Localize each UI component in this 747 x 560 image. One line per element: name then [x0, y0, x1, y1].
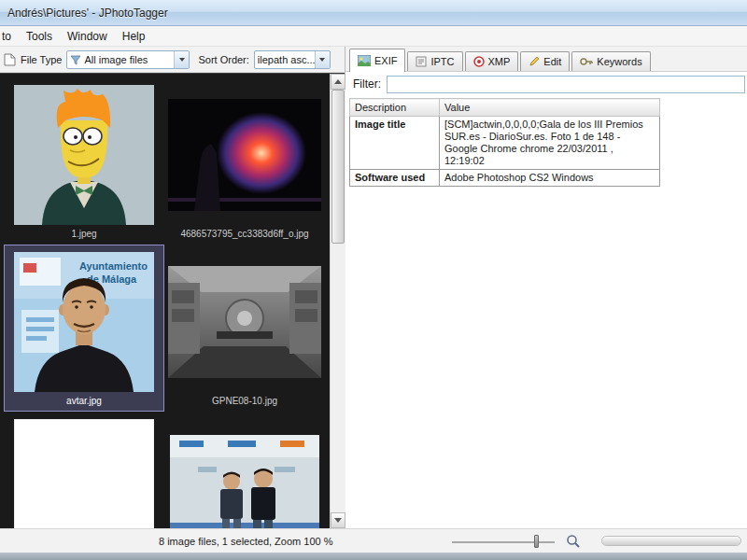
iptc-tab-icon	[416, 56, 427, 67]
file-type-combobox[interactable]: All image files	[66, 50, 190, 69]
filter-row: Filter:	[345, 72, 747, 96]
filter-input[interactable]	[387, 76, 745, 93]
exif-table-area: Description Value Image title [SCM]actwi…	[345, 96, 747, 528]
thumbnail-caption: GPNE08-10.jpg	[212, 395, 277, 408]
metadata-tabstrip: EXIF IPTC XMP	[345, 47, 747, 72]
zoom-slider-track[interactable]	[452, 541, 555, 543]
thumbnail-vertical-scrollbar[interactable]	[330, 74, 345, 528]
thumbnail-area: 1.jpeg	[0, 73, 345, 528]
sort-order-combobox[interactable]: ilepath asc...	[254, 50, 331, 69]
funnel-icon	[67, 54, 81, 65]
app-window: Andrés\Pictures' - JPhotoTagger to Tools…	[0, 0, 747, 560]
tab-edit[interactable]: Edit	[520, 51, 570, 71]
thumbnail-image-portrait: Ayuntamiento de Málaga	[7, 248, 161, 395]
tab-keywords-label: Keywords	[597, 56, 641, 67]
thumbnail-cell[interactable]	[5, 413, 163, 528]
exif-tab-icon	[358, 55, 371, 66]
tab-xmp-label: XMP	[488, 56, 511, 67]
zoom-slider-thumb[interactable]	[534, 535, 539, 548]
sort-order-value: ilepath asc...	[255, 54, 315, 65]
key-icon	[580, 56, 593, 67]
sort-order-label: Sort Order:	[198, 54, 248, 65]
tab-exif-label: EXIF	[374, 55, 397, 66]
file-type-value: All image files	[81, 54, 150, 65]
portrait-backdrop-text-1: Ayuntamiento	[79, 260, 148, 272]
menu-window[interactable]: Window	[60, 27, 115, 46]
thumbnail-caption: 4686573795_cc3383d6ff_o.jpg	[180, 228, 308, 241]
scrollbar-track[interactable]	[331, 244, 345, 512]
main-content: File Type All image files Sort Order: il…	[0, 47, 747, 528]
sort-order-dropdown-arrow[interactable]	[315, 51, 330, 68]
exif-header-row: Description Value	[350, 99, 660, 117]
triangle-up-icon	[334, 79, 342, 84]
thumbnail-caption: 1.jpeg	[71, 228, 96, 241]
pencil-icon	[529, 56, 540, 67]
file-type-label: File Type	[21, 54, 62, 65]
thumbnail-cell-selected[interactable]: Ayuntamiento de Málaga	[5, 245, 163, 411]
horizontal-scrollbar[interactable]	[601, 536, 741, 546]
filter-label: Filter:	[353, 77, 381, 91]
scrollbar-up-button[interactable]	[331, 74, 345, 90]
thumbnail-image-blank	[7, 415, 161, 528]
thumbnail-caption: avtar.jpg	[66, 395, 102, 408]
zoom-magnifier-button[interactable]	[564, 532, 583, 551]
window-bottom-border	[0, 553, 747, 560]
magnifier-icon	[566, 534, 581, 549]
tab-edit-label: Edit	[543, 56, 561, 67]
statusbar: 8 image files, 1 selected, Zoom 100 %	[0, 528, 747, 553]
menubar: to Tools Window Help	[0, 26, 747, 47]
thumbnail-cell[interactable]: 4686573795_cc3383d6ff_o.jpg	[165, 78, 324, 244]
file-type-icon	[4, 53, 16, 66]
exif-description-cell: Software used	[350, 170, 440, 187]
window-title: Andrés\Pictures' - JPhotoTagger	[7, 7, 168, 20]
exif-value-cell: [SCM]actwin,0,0,0,0;Gala de los III Prem…	[440, 117, 660, 170]
titlebar[interactable]: Andrés\Pictures' - JPhotoTagger	[0, 0, 747, 26]
tab-keywords[interactable]: Keywords	[571, 51, 650, 71]
column-header-value[interactable]: Value	[440, 99, 660, 117]
metadata-panel: EXIF IPTC XMP	[345, 47, 747, 528]
exif-description-cell: Image title	[350, 117, 440, 170]
exif-table: Description Value Image title [SCM]actwi…	[349, 98, 660, 187]
scrollbar-thumb[interactable]	[331, 90, 345, 244]
tab-exif[interactable]: EXIF	[349, 49, 405, 72]
tab-iptc-label: IPTC	[430, 56, 454, 67]
thumbnail-cell[interactable]: 1.jpeg	[5, 78, 163, 244]
menu-help[interactable]: Help	[115, 27, 153, 46]
tab-xmp[interactable]: XMP	[465, 51, 519, 71]
thumbnail-cell[interactable]	[165, 413, 324, 528]
thumbnail-cell[interactable]: GPNE08-10.jpg	[165, 245, 324, 411]
file-type-dropdown-arrow[interactable]	[174, 51, 189, 68]
exif-row-image-title: Image title [SCM]actwin,0,0,0,0;Gala de …	[350, 117, 660, 170]
thumbnail-grid: 1.jpeg	[0, 74, 330, 528]
menu-tools[interactable]: Tools	[19, 27, 60, 46]
status-text: 8 image files, 1 selected, Zoom 100 %	[159, 536, 332, 547]
zoom-slider[interactable]	[452, 534, 555, 549]
thumbnail-image-interior	[168, 248, 321, 395]
exif-value-cell: Adobe Photoshop CS2 Windows	[440, 170, 660, 187]
menu-photo[interactable]: to	[0, 27, 19, 46]
exif-row-software-used: Software used Adobe Photoshop CS2 Window…	[350, 170, 660, 187]
column-header-description[interactable]: Description	[350, 99, 440, 117]
thumbnail-toolbar: File Type All image files Sort Order: il…	[0, 47, 345, 73]
thumbnail-panel: File Type All image files Sort Order: il…	[0, 47, 345, 528]
triangle-down-icon	[334, 518, 342, 523]
horizontal-scrollbar-thumb[interactable]	[602, 537, 740, 545]
thumbnail-image-event	[168, 415, 321, 528]
thumbnail-image-cartoon	[7, 81, 161, 228]
xmp-tab-icon	[473, 56, 485, 67]
tab-iptc[interactable]: IPTC	[407, 51, 462, 71]
scrollbar-down-button[interactable]	[331, 512, 345, 528]
thumbnail-image-nebula	[168, 81, 321, 228]
